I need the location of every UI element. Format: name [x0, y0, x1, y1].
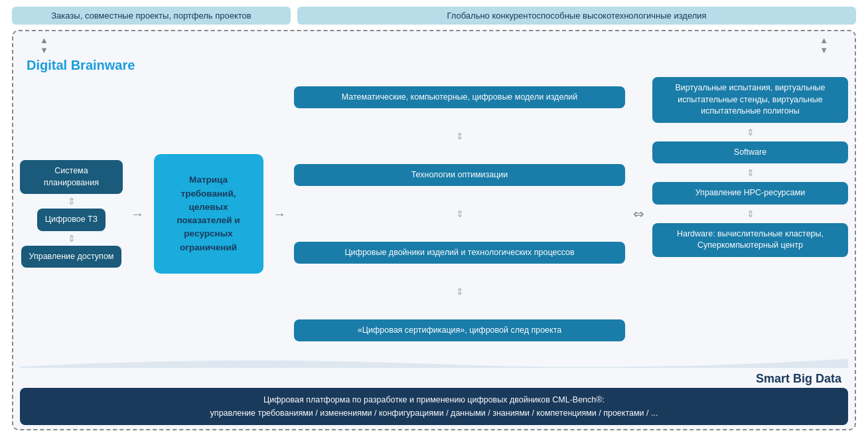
- smart-big-data-label: Smart Big Data: [756, 372, 841, 386]
- center-item-row-0: Математические, компьютерные, цифровые м…: [294, 86, 625, 109]
- center-item-row-1: Технологии оптимизации: [294, 164, 625, 187]
- matrix-box: Матрица требований, целевых показателей …: [154, 154, 263, 274]
- smart-big-data-row: Smart Big Data: [20, 372, 848, 386]
- matrix-to-center-arrow: →: [273, 77, 286, 351]
- center-item-row-3: «Цифровая сертификация», цифровой след п…: [294, 319, 625, 342]
- wave-separator: [20, 353, 848, 368]
- center-to-right-arrow: ⇔: [633, 77, 644, 351]
- main-area: ▲ ▼ ▲ ▼ Digital Brainware Система планир…: [12, 30, 856, 430]
- matrix-column: Матрица требований, целевых показателей …: [152, 77, 265, 351]
- center-column: Математические, компьютерные, цифровые м…: [294, 77, 625, 351]
- right-item-3: Hardware: вычислительные кластеры, Супер…: [652, 223, 848, 257]
- bottom-area: Smart Big Data Цифровая платформа по раз…: [20, 372, 848, 425]
- center-item-0: Математические, компьютерные, цифровые м…: [294, 86, 625, 109]
- top-banners: Заказы, совместные проекты, портфель про…: [12, 7, 856, 25]
- arrow-left-0: ⇕: [68, 196, 76, 207]
- right-column: Виртуальные испытания, виртуальные испыт…: [652, 77, 848, 351]
- arrow-right-1: ⇕: [652, 167, 848, 178]
- arrow-right-2: ⇕: [652, 209, 848, 219]
- arrow-center-1: ⇕: [294, 209, 625, 219]
- bottom-banner: Цифровая платформа по разработке и приме…: [20, 388, 848, 425]
- center-item-1: Технологии оптимизации: [294, 164, 625, 187]
- left-items-group: Система планирования ⇕ Цифровое ТЗ ⇕ Упр…: [20, 160, 123, 268]
- right-top-arrow: ▲ ▼: [820, 35, 828, 55]
- left-column: Система планирования ⇕ Цифровое ТЗ ⇕ Упр…: [20, 77, 123, 351]
- right-item-0: Виртуальные испытания, виртуальные испыт…: [652, 77, 848, 123]
- center-item-row-2: Цифровые двойники изделий и технологичес…: [294, 242, 625, 264]
- arrow-center-0: ⇕: [294, 131, 625, 141]
- top-banner-right: Глобально конкурентоспособные высокотехн…: [297, 7, 856, 25]
- top-arrows-row: ▲ ▼ ▲ ▼: [20, 37, 848, 55]
- right-item-2: Управление HPC-ресурсами: [652, 182, 848, 205]
- right-item-1: Software: [652, 141, 848, 164]
- top-banner-left: Заказы, совместные проекты, портфель про…: [12, 7, 291, 25]
- bottom-banner-line1: Цифровая платформа по разработке и приме…: [31, 393, 837, 406]
- brainware-label: Digital Brainware: [27, 58, 848, 73]
- left-item-2: Управление доступом: [21, 246, 122, 268]
- main-wrapper: Заказы, совместные проекты, портфель про…: [0, 0, 868, 437]
- left-item-1: Цифровое ТЗ: [37, 209, 106, 231]
- bottom-banner-line2: управление требованиями / изменениями / …: [31, 406, 837, 420]
- left-item-0: Система планирования: [20, 160, 123, 194]
- arrow-left-1: ⇕: [68, 233, 76, 244]
- top-banner-right-text: Глобально конкурентоспособные высокотехн…: [447, 11, 706, 21]
- center-item-3: «Цифровая сертификация», цифровой след п…: [294, 319, 625, 342]
- content-grid: Система планирования ⇕ Цифровое ТЗ ⇕ Упр…: [20, 77, 848, 351]
- left-top-arrow: ▲ ▼: [40, 35, 48, 55]
- left-to-matrix-arrow: →: [131, 77, 144, 351]
- center-item-2: Цифровые двойники изделий и технологичес…: [294, 242, 625, 264]
- arrow-right-0: ⇕: [652, 127, 848, 137]
- top-banner-left-text: Заказы, совместные проекты, портфель про…: [51, 11, 252, 21]
- arrow-center-2: ⇕: [294, 286, 625, 297]
